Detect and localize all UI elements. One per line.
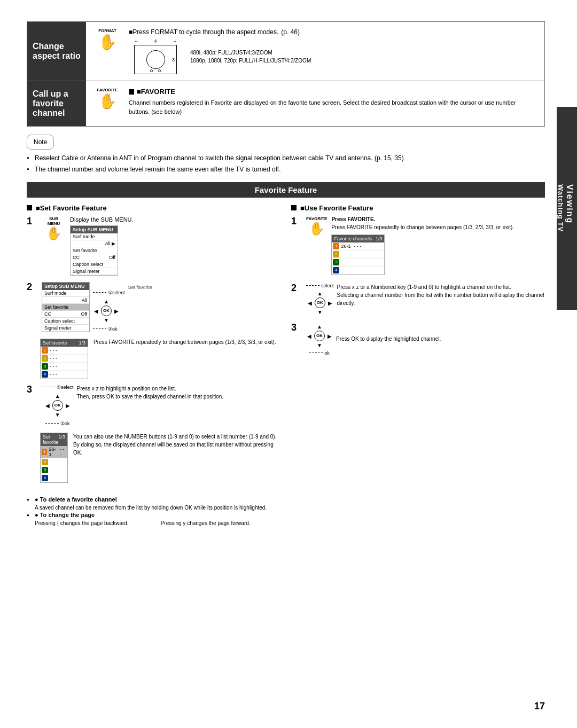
set-step-3-num: 3 [27,385,37,394]
set-favorite-title: ■Set Favorite Feature [27,204,280,212]
call-up-label: Call up a favorite channel [27,81,86,126]
col-left: ■Set Favorite Feature 1 SUB MENU ✋ Displ… [27,204,280,488]
format-box: 3 [134,45,177,74]
two-col-layout: ■Set Favorite Feature 1 SUB MENU ✋ Displ… [27,204,545,488]
sfav-4: 4 - - - [41,371,88,379]
fav-ch-3: 3 [332,259,384,267]
use-step-3-num: 3 [291,323,302,332]
set-step-1-content: SUB MENU ✋ Display the SUB MENU. Setup S… [42,216,280,276]
step2-set-fav-note: Set favorite [128,282,153,290]
step3-text: Press x z to highlight a position on the… [77,385,224,401]
change-page-note: ● To change the page [27,512,545,518]
note-label: Note [34,138,47,146]
sub-menu-remote: ✋ [46,226,62,241]
format-remote-icon: ✋ [98,33,117,51]
use-step3-ok: ok [309,350,330,356]
change-aspect-content: FORMAT ✋ ■Press FORMAT to cycle through … [86,22,544,81]
use-step2-select: select [306,283,334,288]
favorite-icon-section: FAVORITE ✋ [94,88,121,110]
set-step-1: 1 SUB MENU ✋ Display the SUB MENU. Setup… [27,216,280,276]
col-right: ■Use Favorite Feature 1 FAVORITE ✋ Press… [291,204,545,488]
menu2-item-surf: Surf mode [42,290,89,297]
format-page-ref: (p. 46) [281,28,300,36]
note-bullet-2: The channel number and volume level rema… [27,165,545,174]
menu2-item-caption: Caption select [42,318,89,325]
menu2-item-signal: Signal meter [42,325,89,332]
format-arrow: ← 4 → [134,38,177,44]
side-tab-watching: Watching TV [557,184,565,232]
call-up-content: FAVORITE ✋ ■FAVORITE Channel numbers reg… [86,81,544,126]
favorite-remote-icon: ✋ [98,92,117,110]
note-bullet-1: Reselect Cable or Antenna in ANT in of P… [27,154,545,163]
note-wrapper: Note Reselect Cable or Antenna in ANT in… [27,135,545,174]
format-icon-section: FORMAT ✋ [94,28,121,51]
dot-right [158,69,161,72]
set-fav-filled-section: Set favorite 1/3 1 26-1 - - - 2 3 [40,433,280,483]
menu-item-caption: Caption select [71,261,118,268]
call-up-desc: Channel numbers registered in Favorite a… [129,98,536,116]
delete-note-text: A saved channel can be removed from the … [27,505,545,511]
menu2-item-cc: CCOff [42,311,89,318]
set-fav-box: Set favorite 1/3 1 - - - 2 - - - 3 - - - [40,339,88,379]
note-box: Note [27,135,54,150]
menu2-item-all: All [42,297,89,304]
format-instruction: ■Press FORMAT to cycle through the aspec… [129,28,278,36]
sfav-filled-2: 2 [41,458,67,466]
set-fav-pages-desc: Press FAVORITE repeatedly to change betw… [93,339,276,346]
set-fav-filled-box: Set favorite 1/3 1 26-1 - - - 2 3 [40,433,68,483]
change-page-right: Pressing y changes the page forward. [161,520,251,526]
ok-btn-2: ▲ ◀ OK ▶ ▼ [44,392,71,419]
use-step2-text: Press x z or a Numbered key (1-9 and 0) … [337,283,545,307]
use-step-3: 3 ▲ ◀ OK ▶ ▼ [291,323,545,356]
step3-callout1: ①select [42,385,74,390]
fav-channels-box: Favorite channels 1/3 1 26-1 - - - 2 [331,234,385,275]
call-up-row: Call up a favorite channel FAVORITE ✋ ■F… [27,81,544,126]
step3-extra-text: You can also use the NUMBER buttons (1-9… [73,433,280,457]
menu2-item-setfav: Set favorite [42,304,89,311]
menu-item-setfav: Set favorite [71,247,118,254]
step2-callout1: ①select [93,290,125,295]
sub-menu-box-1: Setup SUB MENU Surf mode All ▶ Set favor… [70,225,118,276]
use-square [291,205,297,210]
use-fav-remote: ✋ [309,221,325,236]
change-aspect-row: Change aspect ratio FORMAT ✋ ■Press FORM… [27,22,544,81]
change-page-texts: Pressing { changes the page backward. Pr… [27,520,545,526]
use-step-1-text-block: Press FAVORITE. Press FAVORITE repeatedl… [331,216,514,275]
set-fav-pages-section: Set favorite 1/3 1 - - - 2 - - - 3 - - - [40,339,280,379]
use-step-2: 2 select ▲ ◀ OK ▶ [291,283,545,316]
use-favorite-title: ■Use Favorite Feature [291,204,545,212]
format-diagram: ← 4 → 3 [134,38,177,74]
menu-item-signal: Signal meter [71,268,118,275]
sfav-filled-4: 4 [41,474,67,482]
sfav-filled-1: 1 26-1 - - - [41,446,67,458]
sub-menu-icon-label: SUB MENU [48,216,60,226]
set-step-1-text: Display the SUB MENU. [70,216,134,223]
fav-ch-4: 4 [332,267,384,275]
set-square [27,205,32,210]
ok-btn-use2: ▲ ◀ OK ▶ ▼ [307,289,333,316]
use-step-1: 1 FAVORITE ✋ Press FAVORITE. Press FAVOR… [291,216,545,275]
favorite-square [129,89,134,95]
use-step3-text: Press OK to display the highlighted chan… [336,335,441,343]
sfav-1: 1 - - - [41,347,88,355]
sub-menu-box-2: Setup SUB MENU Surf mode All Set favorit… [42,282,90,332]
favorite-feature-header: Favorite Feature [27,182,545,198]
menu-item-all: All ▶ [71,240,118,247]
fav-ch-2: 2 [332,251,384,259]
change-page-left: Pressing { changes the page backward. [35,520,129,526]
use-step-1-num: 1 [291,216,302,226]
ok-btn-1: ▲ ◀ OK ▶ ▼ [93,298,120,324]
sfav-2: 2 - - - [41,355,88,363]
bottom-notes: ● To delete a favorite channel A saved c… [27,496,545,526]
note-bullets: Reselect Cable or Antenna in ANT in of P… [27,154,545,174]
dot-left [150,69,153,72]
use-step-2-num: 2 [291,283,302,293]
set-step-1-num: 1 [27,216,37,226]
page-container: Viewing Watching TV Change aspect ratio … [0,0,577,728]
fav-ch-1: 1 26-1 - - - [332,242,384,251]
step3-callout2: ②ok [45,421,70,426]
set-step-3: 3 ①select ▲ ◀ OK ▶ [27,385,280,426]
top-sections: Change aspect ratio FORMAT ✋ ■Press FORM… [27,21,545,127]
sfav-3: 3 - - - [41,363,88,371]
format-dots [150,69,161,72]
